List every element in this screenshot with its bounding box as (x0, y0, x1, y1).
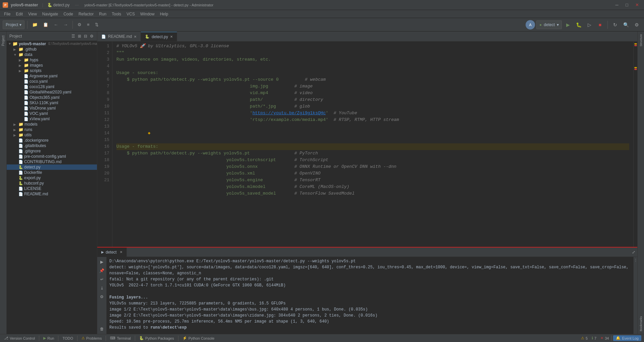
menu-view[interactable]: View (25, 10, 40, 18)
tree-utils[interactable]: ▶ 📁 utils (7, 132, 97, 138)
event-log-button[interactable]: 🔔 Event Log (613, 335, 641, 341)
warnings-count[interactable]: ⚠ 5 (580, 336, 589, 340)
todo-status[interactable]: TODO (61, 334, 74, 342)
menu-vcs[interactable]: VCS (124, 10, 138, 18)
run-tab-close[interactable]: ✕ (120, 250, 122, 254)
run-status[interactable]: ▶ Run (42, 334, 55, 342)
errors-count[interactable]: ✕ 34 (599, 336, 610, 340)
panel-scroll-left[interactable]: ☰ (71, 33, 76, 39)
menu-code[interactable]: Code (61, 10, 76, 18)
run-wrap-button[interactable]: ↵ (98, 276, 106, 283)
run-restart-button[interactable]: ▶ (98, 258, 106, 266)
avatar-button[interactable]: A (526, 20, 535, 29)
tree-objects365[interactable]: 📄 Objects365.yaml (7, 95, 97, 100)
settings-gear-button[interactable]: ⚙ (632, 20, 641, 29)
ln-14: 14 (100, 130, 109, 137)
align-left-button[interactable]: ≡ (85, 20, 92, 29)
tree-detectpy[interactable]: 🐍 detect.py (7, 164, 97, 170)
update-project-button[interactable]: ↻ (610, 20, 620, 29)
tree-readmemd[interactable]: 📄 README.md (7, 191, 97, 197)
run-output[interactable]: D:\Anaconda\envs\pytorch\python.exe E:/T… (107, 257, 633, 334)
tree-root[interactable]: ▼ 📁 yolov5-master E:\Text\yolov5-master\… (7, 41, 97, 47)
settings-button[interactable]: ⚙ (75, 20, 84, 29)
panel-expand-all[interactable]: ⊞ (77, 33, 82, 39)
tree-voc[interactable]: 📄 VOC.yaml (7, 111, 97, 116)
problems-status[interactable]: ⚠ Problems (80, 334, 103, 342)
ln-5: 5 (100, 70, 109, 76)
detectpy-icon: 🐍 (18, 165, 23, 169)
tree-sku[interactable]: 📄 SKU-110K.yaml (7, 100, 97, 106)
tree-coco128[interactable]: 📄 coco128.yaml (7, 84, 97, 89)
maximize-button[interactable]: □ (623, 1, 631, 9)
tab-readme[interactable]: 📄 README.md ✕ (97, 32, 141, 41)
run-tab-detect[interactable]: ▶ detect ✕ (97, 248, 127, 257)
version-control-status[interactable]: ⎇ Version Control (3, 334, 36, 342)
tree-license[interactable]: 📄 LICENSE (7, 186, 97, 191)
minimize-button[interactable]: ─ (612, 1, 621, 9)
tree-gitignore[interactable]: 📄 .gitignore (7, 148, 97, 154)
detectpy-tab-close[interactable]: ✕ (170, 35, 173, 39)
code-area[interactable]: # YOLOv5 🚀 by Ultralytics, GPL-3.0 licen… (112, 42, 633, 247)
run-scroll-button[interactable]: ⤓ (98, 284, 106, 292)
tree-contributing[interactable]: 📄 CONTRIBUTING.md (7, 159, 97, 164)
tab-detectpy[interactable]: 🐍 detect.py ✕ (141, 32, 177, 41)
run-pin-button[interactable]: 📌 (98, 267, 106, 274)
menu-tools[interactable]: Tools (109, 10, 124, 18)
readme-tab-close[interactable]: ✕ (134, 35, 137, 39)
search-everywhere-button[interactable]: 🔍 (621, 20, 631, 29)
tree-data[interactable]: ▼ 📁 data (7, 52, 97, 57)
panel-collapse-all[interactable]: ⊟ (83, 33, 88, 39)
menu-file[interactable]: File (1, 10, 13, 18)
tree-argoverse[interactable]: 📄 Argoverse.yaml (7, 73, 97, 79)
tree-hubconfpy[interactable]: 🐍 hubconf.py (7, 181, 97, 186)
info-count[interactable]: ℹ 7 (590, 336, 598, 340)
python-packages-status[interactable]: 🐍 Python Packages (138, 334, 175, 342)
tree-hyps[interactable]: ▶ 📁 hyps (7, 57, 97, 63)
tree-precommit[interactable]: 📄 pre-commit-config.yaml (7, 154, 97, 159)
tree-xview[interactable]: 📄 xView.yaml (7, 116, 97, 122)
run-panel-expand[interactable]: ⤢ (630, 249, 637, 255)
navigate-forward-button[interactable]: → (61, 20, 70, 29)
tree-scripts[interactable]: ▶ 📁 scripts (7, 68, 97, 73)
tree-globalwheat[interactable]: 📄 GlobalWheat2020.yaml (7, 89, 97, 95)
run-button[interactable]: ▶ (563, 20, 573, 29)
debug-button[interactable]: 🐛 (574, 20, 583, 29)
tree-gitattributes[interactable]: 📄 .gitattributes (7, 143, 97, 148)
tree-images-folder[interactable]: ▶ 📁 images (7, 63, 97, 68)
run-settings-button[interactable]: ⚙ (98, 293, 106, 300)
tree-models[interactable]: ▶ 📁 models (7, 122, 97, 127)
menu-help[interactable]: Help (157, 10, 171, 18)
bookmarks-panel-toggle[interactable]: Bookmarks (639, 315, 643, 333)
panel-settings[interactable]: ⚙ (89, 33, 94, 39)
warn-icon: ⚠ (581, 336, 584, 340)
project-dropdown[interactable]: Project ▾ (3, 20, 24, 29)
recent-files-button[interactable]: 📋 (41, 20, 50, 29)
editor-content[interactable]: 1 2 3 4 5 6 7 8 9 10 11 12 13 14 15 16 1 (97, 42, 637, 247)
tree-runs[interactable]: ▶ 📁 runs (7, 127, 97, 132)
tree-coco[interactable]: 📄 coco.yaml (7, 79, 97, 84)
tree-visdrone[interactable]: 📄 VisDrone.yaml (7, 106, 97, 111)
menu-refactor[interactable]: Refactor (76, 10, 96, 18)
python-console-status[interactable]: ⚡ Python Console (181, 334, 216, 342)
close-button[interactable]: ✕ (633, 1, 641, 9)
run-clear-button[interactable]: 🗑 (98, 325, 106, 333)
structure-panel-toggle[interactable]: Structure (639, 33, 643, 48)
stop-button[interactable]: ■ (595, 20, 605, 29)
open-file-button[interactable]: 📁 (30, 20, 40, 29)
left-panel-strip: Project (0, 31, 7, 334)
terminal-status[interactable]: ⌨ Terminal (109, 334, 132, 342)
tree-dockerignore[interactable]: 📄 .dockerignore (7, 138, 97, 143)
project-panel-toggle[interactable]: Project (1, 33, 6, 49)
tree-exportpy[interactable]: 🐍 export.py (7, 175, 97, 181)
tree-dockerfile[interactable]: 📄 Dockerfile (7, 170, 97, 175)
tree-github[interactable]: ▶ 📁 .github (7, 47, 97, 52)
run-with-coverage[interactable]: ▷ (585, 20, 594, 29)
menu-edit[interactable]: Edit (13, 10, 25, 18)
sort-button[interactable]: ⇅ (93, 20, 101, 29)
run-panel-expand-btn[interactable]: ⋮ (633, 257, 638, 263)
navigate-back-button[interactable]: ← (52, 20, 60, 29)
menu-run[interactable]: Run (96, 10, 109, 18)
menu-window[interactable]: Window (138, 10, 157, 18)
run-config-dropdown[interactable]: ● detect ▾ (536, 20, 562, 29)
menu-navigate[interactable]: Navigate (40, 10, 61, 18)
